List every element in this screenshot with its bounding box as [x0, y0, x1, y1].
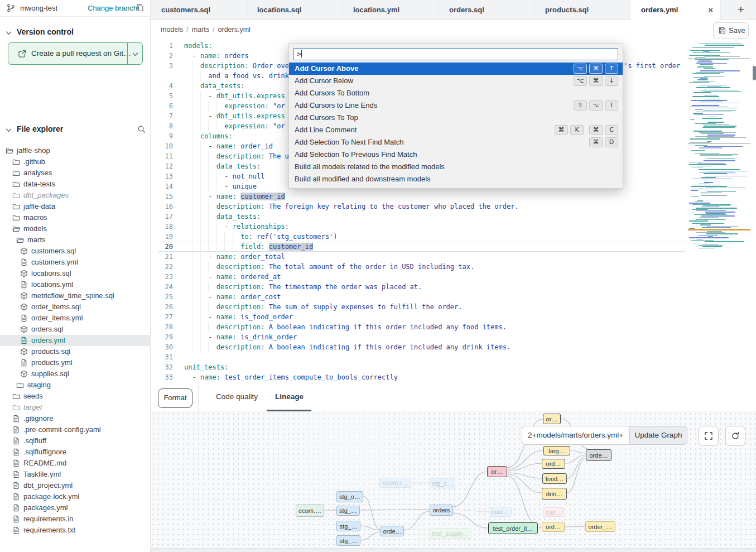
code-line-15[interactable]: 15 - name: customer_id — [151, 191, 756, 201]
lineage-node-or…[interactable]: or… — [543, 414, 561, 424]
tree-item-staging[interactable]: staging — [0, 380, 150, 391]
code-line-27[interactable]: 27 - name: is_food_order — [151, 312, 756, 322]
tree-item-marts[interactable]: marts — [0, 234, 150, 246]
code-line-18[interactable]: 18 - relationships: — [151, 222, 756, 232]
tree-item-analyses[interactable]: analyses — [0, 167, 150, 179]
palette-item-add-line-comment[interactable]: Add Line Comment⌘K⌘C — [289, 124, 623, 136]
palette-item-add-cursor-above[interactable]: Add Cursor Above⌥⌘↑ — [289, 63, 623, 75]
lineage-node-test_order_it…[interactable]: test_order_it… — [488, 522, 538, 534]
lineage-node-larg…[interactable]: larg… — [543, 446, 570, 455]
tree-item-customers.sql[interactable]: customers.sql — [0, 246, 150, 257]
tree-item-README.md[interactable]: README.md — [0, 458, 150, 469]
lineage-node-stg_…[interactable]: stg_… — [336, 521, 360, 531]
tree-item-.pre-commit-config.yaml[interactable]: .pre-commit-config.yaml — [0, 424, 150, 435]
lineage-node-ord…[interactable]: ord… — [542, 459, 565, 469]
tree-item-order_items.yml[interactable]: order_items.yml — [0, 313, 150, 324]
code-line-24[interactable]: 24 description: The timestamp the order … — [151, 282, 756, 292]
minimap[interactable] — [688, 42, 750, 251]
refresh-button[interactable] — [725, 426, 745, 446]
tree-item-package-lock.yml[interactable]: package-lock.yml — [0, 491, 150, 502]
code-line-21[interactable]: 21 - name: order_total — [151, 252, 756, 262]
lineage-node-ecom.r…[interactable]: ecom.r… — [379, 478, 411, 488]
palette-item-add-cursors-to-bottom[interactable]: Add Cursors To Bottom — [289, 87, 623, 99]
fullscreen-button[interactable] — [699, 426, 719, 446]
code-line-32[interactable]: 32unit_tests: — [151, 362, 756, 372]
tree-item-data-tests[interactable]: data-tests — [0, 179, 150, 190]
file-explorer-header[interactable]: File explorer — [0, 124, 150, 136]
lineage-node-drin…[interactable]: drin… — [542, 488, 567, 500]
pr-dropdown-chevron-icon[interactable] — [132, 51, 138, 57]
lineage-node-orde…[interactable]: orde… — [586, 449, 611, 461]
tree-item-metricflow_time_spine.sql[interactable]: metricflow_time_spine.sql — [0, 290, 150, 301]
tab-customers.sql[interactable]: customers.sql — [151, 0, 247, 20]
tree-item-target[interactable]: target — [0, 402, 150, 413]
palette-item-build-all-models-related-to-the-modified-models[interactable]: Build all models related to the modified… — [289, 161, 623, 173]
command-palette-input[interactable]: > — [293, 48, 618, 60]
tree-item-.sqlfluffignore[interactable]: .sqlfluffignore — [0, 447, 150, 458]
tree-item-dbt_project.yml[interactable]: dbt_project.yml — [0, 480, 150, 491]
code-line-26[interactable]: 26 description: The sum of supply expens… — [151, 302, 756, 312]
update-graph-button[interactable]: Update Graph — [629, 426, 687, 445]
code-line-25[interactable]: 25 - name: order_cost — [151, 292, 756, 302]
code-line-29[interactable]: 29 - name: is_drink_order — [151, 332, 756, 342]
code-line-31[interactable]: 31 — [151, 352, 756, 362]
search-icon[interactable] — [137, 125, 146, 134]
tab-orders.sql[interactable]: orders.sql — [439, 0, 535, 20]
tree-item-dbt_packages[interactable]: dbt_packages — [0, 190, 150, 201]
tree-item-packages.yml[interactable]: packages.yml — [0, 502, 150, 513]
tree-item-models[interactable]: models — [0, 223, 150, 234]
lineage-node-orders[interactable]: orders — [430, 505, 453, 516]
tree-item-orders.yml[interactable]: orders.yml — [0, 335, 150, 346]
tree-item-locations.yml[interactable]: locations.yml — [0, 279, 150, 290]
code-line-33[interactable]: 33 - name: test_order_items_compute_to_b… — [151, 372, 756, 382]
code-line-22[interactable]: 22 description: The total amount of the … — [151, 262, 756, 272]
tab-locations.yml[interactable]: locations.yml — [343, 0, 439, 20]
lineage-node-stg_…[interactable]: stg_… — [336, 535, 360, 546]
tree-item-requirements.txt[interactable]: requirements.txt — [0, 525, 150, 536]
tree-item-macros[interactable]: macros — [0, 212, 150, 223]
code-line-20[interactable]: 20 field: customer_id — [151, 242, 756, 252]
code-line-17[interactable]: 17 data_tests: — [151, 212, 756, 222]
palette-item-add-cursor-below[interactable]: Add Cursor Below⌥⌘↓ — [289, 75, 623, 87]
palette-item-add-selection-to-previous-find-match[interactable]: Add Selection To Previous Find Match — [289, 148, 623, 161]
tree-item-customers.yml[interactable]: customers.yml — [0, 257, 150, 268]
save-button[interactable]: Save — [713, 22, 749, 39]
palette-item-add-cursors-to-line-ends[interactable]: Add Cursors to Line Ends⇧⌥I — [289, 99, 623, 112]
tree-item-products.sql[interactable]: products.sql — [0, 346, 150, 357]
palette-item-add-selection-to-next-find-match[interactable]: Add Selection To Next Find Match⌘D — [289, 136, 623, 148]
tab-products.sql[interactable]: products.sql — [535, 0, 630, 20]
tree-item-jaffle-shop[interactable]: jaffle-shop — [0, 145, 150, 156]
lineage-node-stg_…[interactable]: stg_… — [336, 506, 360, 516]
version-control-header[interactable]: Version control — [0, 27, 150, 39]
palette-item-add-cursors-to-top[interactable]: Add Cursors To Top — [289, 112, 623, 124]
palette-item-build-all-modified-and-downstream-models[interactable]: Build all modified and downstream models — [289, 173, 623, 185]
lineage-node-stg_c…[interactable]: stg_c… — [430, 478, 455, 488]
code-line-16[interactable]: 16 description: The foreign key relating… — [151, 201, 756, 212]
close-icon[interactable]: × — [708, 0, 713, 20]
lineage-node-cust…[interactable]: cust… — [489, 507, 512, 517]
lineage-filter-input[interactable]: 2+models/marts/orders.yml+ — [522, 426, 629, 445]
tab-lineage[interactable]: Lineage — [275, 392, 304, 401]
format-button[interactable]: Format — [158, 388, 192, 408]
tree-item-supplies.sql[interactable]: supplies.sql — [0, 368, 150, 380]
code-line-23[interactable]: 23 - name: ordered_at — [151, 272, 756, 282]
add-tab-button[interactable]: + — [731, 0, 751, 20]
tree-item-orders.sql[interactable]: orders.sql — [0, 324, 150, 335]
lineage-node-or…[interactable]: or… — [487, 466, 507, 477]
create-pr-button[interactable]: Create a pull request on Git… — [8, 42, 143, 65]
lineage-node-stg_o…[interactable]: stg_o… — [336, 491, 363, 502]
lineage-node-orde…[interactable]: orde… — [381, 526, 404, 536]
tab-locations.sql[interactable]: locations.sql — [247, 0, 343, 20]
tree-item-.github[interactable]: .github — [0, 156, 150, 167]
tree-item-Taskfile.yml[interactable]: Taskfile.yml — [0, 469, 150, 480]
tree-item-order_items.sql[interactable]: order_items.sql — [0, 301, 150, 313]
lineage-node-ord…[interactable]: ord… — [542, 522, 565, 532]
tree-item-seeds[interactable]: seeds — [0, 391, 150, 402]
editor-scrollbar-thumb[interactable] — [753, 66, 756, 80]
tree-item-.sqlfluff[interactable]: .sqlfluff — [0, 435, 150, 447]
code-line-30[interactable]: 30 description: A boolean indicating if … — [151, 342, 756, 352]
lineage-node-ecom.…[interactable]: ecom.… — [296, 505, 324, 517]
tree-item-locations.sql[interactable]: locations.sql — [0, 268, 150, 279]
lineage-node-cus…[interactable]: cus… — [543, 507, 564, 517]
tree-item-requirements.in[interactable]: requirements.in — [0, 513, 150, 525]
